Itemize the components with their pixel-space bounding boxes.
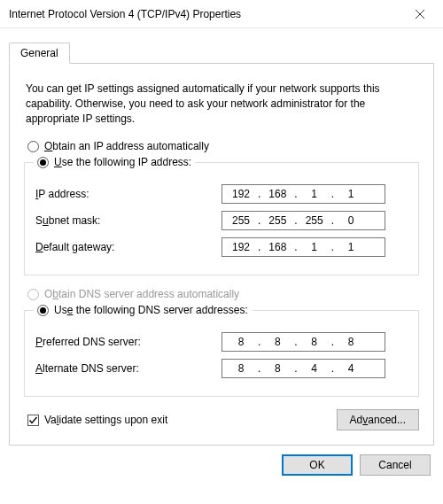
- ip-octet[interactable]: [336, 213, 366, 228]
- tab-general[interactable]: General: [9, 43, 70, 64]
- checkbox-icon: [27, 415, 39, 426]
- input-dns-preferred[interactable]: . . .: [222, 332, 385, 352]
- ip-octet[interactable]: [299, 361, 330, 376]
- ip-group: Use the following IP address: IP address…: [24, 156, 419, 275]
- radio-ip-auto-label: Obtain an IP address automatically: [44, 140, 209, 152]
- radio-dns-auto: Obtain DNS server address automatically: [27, 288, 416, 300]
- input-subnet[interactable]: . . .: [222, 211, 385, 230]
- label-gateway: Default gateway:: [35, 241, 222, 253]
- titlebar: Internet Protocol Version 4 (TCP/IPv4) P…: [0, 0, 443, 28]
- label-dns-alternate: Alternate DNS server:: [35, 362, 222, 375]
- ip-octet[interactable]: [262, 335, 292, 349]
- ip-octet[interactable]: [336, 335, 366, 349]
- input-gateway[interactable]: . . .: [222, 237, 385, 257]
- label-dns-preferred: Preferred DNS server:: [35, 336, 222, 348]
- radio-ip-manual-label: Use the following IP address:: [54, 156, 191, 168]
- checkbox-validate[interactable]: Validate settings upon exit: [27, 414, 167, 426]
- cancel-button[interactable]: Cancel: [360, 454, 431, 476]
- label-ip-address: IP address:: [35, 188, 222, 200]
- radio-ip-auto[interactable]: Obtain an IP address automatically: [27, 140, 416, 152]
- label-subnet: Subnet mask:: [35, 214, 222, 227]
- ip-octet[interactable]: [226, 213, 256, 228]
- ip-octet[interactable]: [226, 335, 256, 349]
- ip-octet[interactable]: [226, 187, 256, 201]
- ip-octet[interactable]: [299, 240, 330, 254]
- checkbox-validate-label: Validate settings upon exit: [44, 414, 167, 426]
- radio-dns-auto-label: Obtain DNS server address automatically: [44, 288, 239, 300]
- ip-octet[interactable]: [299, 213, 330, 228]
- radio-icon: [37, 305, 49, 316]
- tab-panel-general: You can get IP settings assigned automat…: [9, 63, 434, 446]
- radio-dns-manual[interactable]: Use the following DNS server addresses:: [37, 304, 248, 316]
- ip-octet[interactable]: [262, 361, 292, 376]
- radio-icon: [37, 157, 49, 168]
- input-dns-alternate[interactable]: . . .: [222, 359, 385, 378]
- row-ip-address: IP address: . . .: [35, 184, 408, 204]
- row-subnet: Subnet mask: . . .: [35, 211, 408, 230]
- dns-group: Use the following DNS server addresses: …: [24, 304, 419, 397]
- intro-text: You can get IP settings assigned automat…: [26, 81, 417, 126]
- ip-octet[interactable]: [299, 335, 330, 349]
- dialog-buttons: OK Cancel: [9, 454, 434, 476]
- close-icon: [416, 10, 424, 19]
- ip-octet[interactable]: [336, 240, 366, 254]
- radio-dns-manual-label: Use the following DNS server addresses:: [54, 304, 248, 316]
- row-gateway: Default gateway: . . .: [35, 237, 408, 257]
- ok-button[interactable]: OK: [282, 454, 353, 476]
- input-ip-address[interactable]: . . .: [222, 184, 385, 204]
- ip-octet[interactable]: [262, 213, 292, 228]
- row-dns-alternate: Alternate DNS server: . . .: [35, 359, 408, 378]
- radio-ip-manual[interactable]: Use the following IP address:: [37, 156, 191, 168]
- ip-octet[interactable]: [299, 187, 330, 201]
- advanced-button[interactable]: Advanced...: [337, 409, 419, 430]
- ip-octet[interactable]: [336, 361, 366, 376]
- window-title: Internet Protocol Version 4 (TCP/IPv4) P…: [9, 8, 241, 20]
- row-dns-preferred: Preferred DNS server: . . .: [35, 332, 408, 352]
- close-button[interactable]: [400, 1, 439, 27]
- ip-octet[interactable]: [336, 187, 366, 201]
- ip-octet[interactable]: [226, 240, 256, 254]
- ip-octet[interactable]: [262, 187, 292, 201]
- ip-octet[interactable]: [226, 361, 256, 376]
- tab-strip: General You can get IP settings assigned…: [9, 43, 434, 446]
- radio-icon: [27, 141, 39, 152]
- ip-octet[interactable]: [262, 240, 292, 254]
- radio-icon: [27, 289, 39, 300]
